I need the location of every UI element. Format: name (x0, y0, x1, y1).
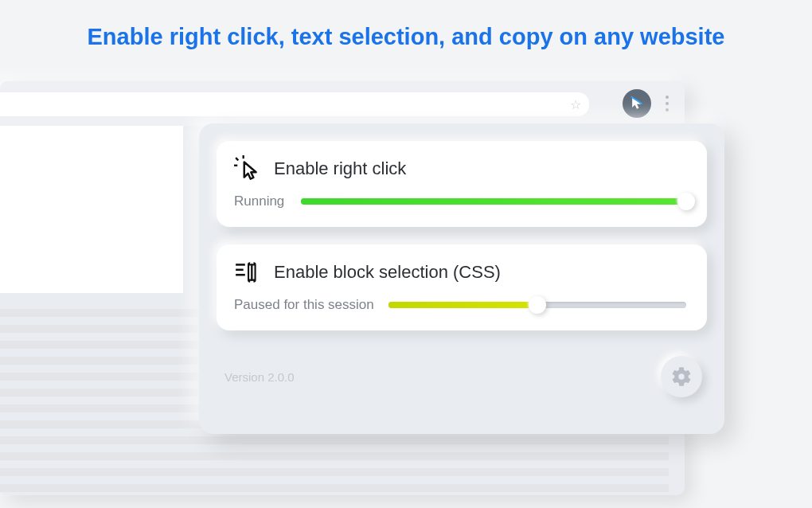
slider-fill (301, 198, 686, 205)
status-text: Running (234, 193, 287, 209)
slider[interactable] (301, 198, 686, 205)
version-text: Version 2.0.0 (224, 370, 295, 384)
browser-toolbar: ☆ (0, 81, 685, 126)
svg-point-7 (678, 373, 684, 379)
extension-popup: Enable right click Running Enable block … (199, 123, 724, 434)
slider-knob[interactable] (529, 296, 546, 314)
slider[interactable] (388, 302, 686, 308)
address-bar[interactable]: ☆ (0, 92, 589, 116)
extension-icon[interactable] (623, 89, 651, 118)
bookmark-star-icon[interactable]: ☆ (570, 97, 581, 112)
settings-button[interactable] (661, 356, 702, 397)
cursor-arrow-icon (629, 96, 645, 111)
kebab-menu-icon[interactable] (661, 91, 673, 116)
slider-fill (388, 302, 537, 308)
gear-icon (670, 365, 693, 388)
page-content-placeholder (0, 126, 183, 293)
card-title: Enable right click (274, 158, 406, 179)
slider-knob[interactable] (677, 193, 695, 210)
text-cursor-icon (234, 259, 261, 286)
status-text: Paused for this session (234, 297, 374, 313)
popup-footer: Version 2.0.0 (217, 348, 707, 397)
feature-card-block-selection[interactable]: Enable block selection (CSS) Paused for … (217, 244, 707, 330)
page-headline: Enable right click, text selection, and … (0, 0, 812, 69)
cursor-click-icon (234, 155, 261, 182)
svg-line-1 (236, 158, 238, 160)
feature-card-right-click[interactable]: Enable right click Running (217, 141, 707, 227)
card-title: Enable block selection (CSS) (274, 262, 501, 283)
